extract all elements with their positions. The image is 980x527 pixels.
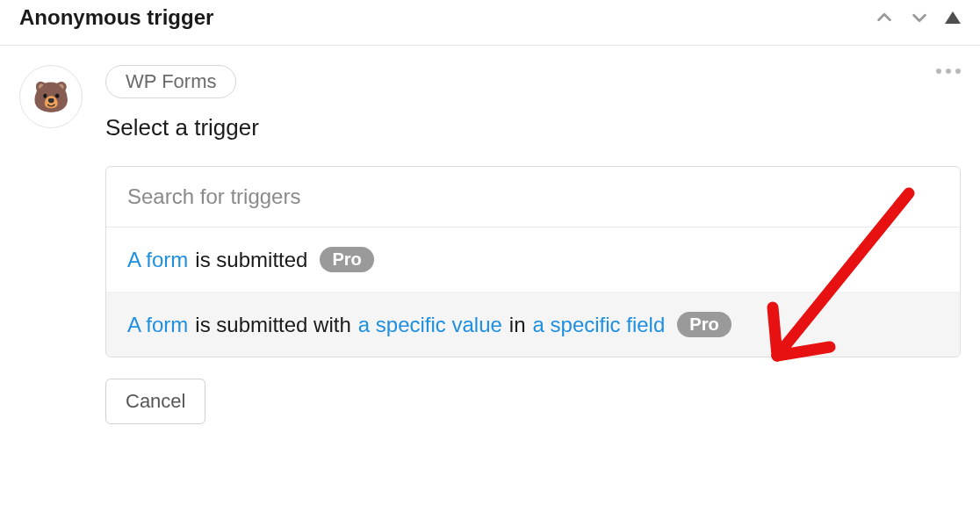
- panel-title: Anonymous trigger: [19, 5, 213, 30]
- trigger-token-text: is submitted with: [195, 313, 350, 337]
- trigger-token-link: A form: [127, 248, 188, 272]
- dot-icon: [936, 69, 941, 74]
- panel-controls: [875, 8, 961, 27]
- bear-icon: 🐻: [32, 82, 69, 112]
- trigger-dropdown: A formis submittedProA formis submitted …: [105, 166, 961, 357]
- integration-avatar: 🐻: [19, 65, 83, 128]
- panel-content: 🐻 WP Forms Select a trigger A formis sub…: [0, 46, 980, 424]
- trigger-token-link: A form: [127, 313, 188, 337]
- panel-header: Anonymous trigger: [0, 0, 980, 46]
- move-up-button[interactable]: [875, 8, 894, 27]
- search-row: [106, 167, 960, 227]
- trigger-token-link: a specific value: [358, 313, 502, 337]
- chevron-up-icon: [875, 8, 894, 27]
- chevron-down-icon: [910, 8, 929, 27]
- dot-icon: [946, 69, 951, 74]
- integration-pill-label: WP Forms: [126, 70, 216, 93]
- dot-icon: [955, 69, 961, 74]
- integration-pill[interactable]: WP Forms: [105, 65, 236, 98]
- pro-badge: Pro: [677, 312, 731, 337]
- cancel-button[interactable]: Cancel: [105, 379, 205, 424]
- trigger-option[interactable]: A formis submitted witha specific valuei…: [106, 292, 960, 357]
- collapse-button[interactable]: [945, 11, 961, 24]
- search-input[interactable]: [127, 184, 939, 209]
- cancel-row: Cancel: [105, 379, 961, 424]
- trigger-token-text: is submitted: [195, 248, 307, 272]
- trigger-token-link: a specific field: [533, 313, 666, 337]
- select-trigger-label: Select a trigger: [105, 114, 961, 141]
- more-options-button[interactable]: [936, 69, 961, 74]
- pro-badge: Pro: [320, 247, 373, 272]
- trigger-token-text: in: [509, 313, 526, 337]
- trigger-option[interactable]: A formis submittedPro: [106, 227, 960, 292]
- trigger-main: WP Forms Select a trigger A formis submi…: [105, 65, 961, 424]
- move-down-button[interactable]: [910, 8, 929, 27]
